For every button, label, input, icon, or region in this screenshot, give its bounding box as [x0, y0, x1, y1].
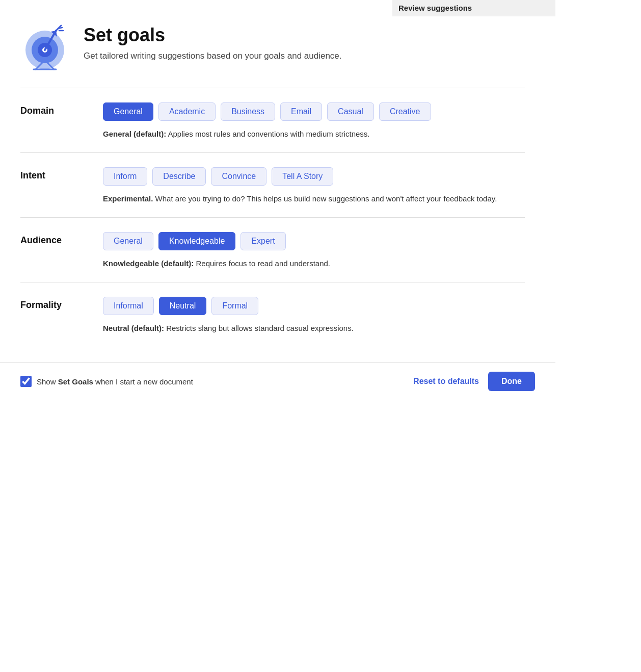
domain-pills: General Academic Business Email Casual C… — [103, 102, 525, 121]
show-goals-checkbox[interactable] — [20, 376, 32, 387]
domain-option-general[interactable]: General — [103, 102, 153, 121]
audience-content: General Knowledgeable Expert Knowledgeab… — [103, 232, 525, 270]
domain-desc-text: Applies most rules and conventions with … — [166, 130, 369, 138]
page-subtitle: Get tailored writing suggestions based o… — [84, 51, 342, 61]
reset-button[interactable]: Reset to defaults — [413, 377, 479, 386]
goal-icon — [20, 20, 71, 71]
intent-description: Experimental. What are you trying to do?… — [103, 193, 525, 205]
formality-pills: Informal Neutral Formal — [103, 297, 525, 315]
footer-left: Show Set Goals when I start a new docume… — [20, 376, 193, 387]
formality-desc-bold: Neutral (default): — [103, 324, 164, 332]
audience-desc-text: Requires focus to read and understand. — [194, 259, 330, 268]
domain-label: Domain — [20, 102, 87, 116]
formality-description: Neutral (default): Restricts slang but a… — [103, 322, 525, 334]
formality-desc-text: Restricts slang but allows standard casu… — [164, 324, 354, 332]
footer-label-bold: Set Goals — [58, 377, 93, 386]
footer-label-post: when I start a new document — [93, 377, 193, 386]
footer-right: Reset to defaults Done — [413, 372, 535, 391]
formality-label: Formality — [20, 297, 87, 311]
intent-section: Intent Inform Describe Convince Tell A S… — [20, 153, 525, 217]
formality-option-informal[interactable]: Informal — [103, 297, 154, 315]
intent-option-inform[interactable]: Inform — [103, 167, 147, 186]
domain-option-casual[interactable]: Casual — [327, 102, 374, 121]
domain-option-business[interactable]: Business — [221, 102, 275, 121]
intent-option-convince[interactable]: Convince — [211, 167, 266, 186]
top-bar-label: Review suggestions — [398, 4, 472, 12]
top-bar: Review suggestions — [392, 0, 555, 16]
page-title: Set goals — [84, 24, 342, 46]
intent-label: Intent — [20, 167, 87, 181]
header-section: Set goals Get tailored writing suggestio… — [20, 20, 525, 71]
audience-pills: General Knowledgeable Expert — [103, 232, 525, 250]
intent-content: Inform Describe Convince Tell A Story Ex… — [103, 167, 525, 205]
audience-section: Audience General Knowledgeable Expert Kn… — [20, 218, 525, 282]
domain-content: General Academic Business Email Casual C… — [103, 102, 525, 140]
intent-desc-text: What are you trying to do? This helps us… — [153, 194, 497, 203]
domain-description: General (default): Applies most rules an… — [103, 128, 525, 140]
audience-option-knowledgeable[interactable]: Knowledgeable — [158, 232, 235, 250]
intent-desc-bold: Experimental. — [103, 194, 153, 203]
formality-content: Informal Neutral Formal Neutral (default… — [103, 297, 525, 334]
audience-desc-bold: Knowledgeable (default): — [103, 259, 194, 268]
done-button[interactable]: Done — [488, 372, 535, 391]
domain-option-academic[interactable]: Academic — [158, 102, 216, 121]
intent-option-tell-a-story[interactable]: Tell A Story — [272, 167, 333, 186]
domain-option-creative[interactable]: Creative — [379, 102, 431, 121]
audience-description: Knowledgeable (default): Requires focus … — [103, 257, 525, 270]
header-text: Set goals Get tailored writing suggestio… — [84, 20, 342, 61]
formality-section: Formality Informal Neutral Formal Neutra… — [20, 282, 525, 347]
audience-option-general[interactable]: General — [103, 232, 153, 250]
domain-option-email[interactable]: Email — [280, 102, 322, 121]
audience-label: Audience — [20, 232, 87, 246]
footer-label-pre: Show — [37, 377, 58, 386]
footer: Show Set Goals when I start a new docume… — [0, 362, 555, 400]
intent-option-describe[interactable]: Describe — [152, 167, 206, 186]
domain-section: Domain General Academic Business Email C… — [20, 88, 525, 152]
formality-option-formal[interactable]: Formal — [211, 297, 258, 315]
audience-option-expert[interactable]: Expert — [241, 232, 285, 250]
intent-pills: Inform Describe Convince Tell A Story — [103, 167, 525, 186]
footer-checkbox-label: Show Set Goals when I start a new docume… — [37, 377, 193, 386]
formality-option-neutral[interactable]: Neutral — [159, 297, 207, 315]
domain-desc-bold: General (default): — [103, 130, 166, 138]
